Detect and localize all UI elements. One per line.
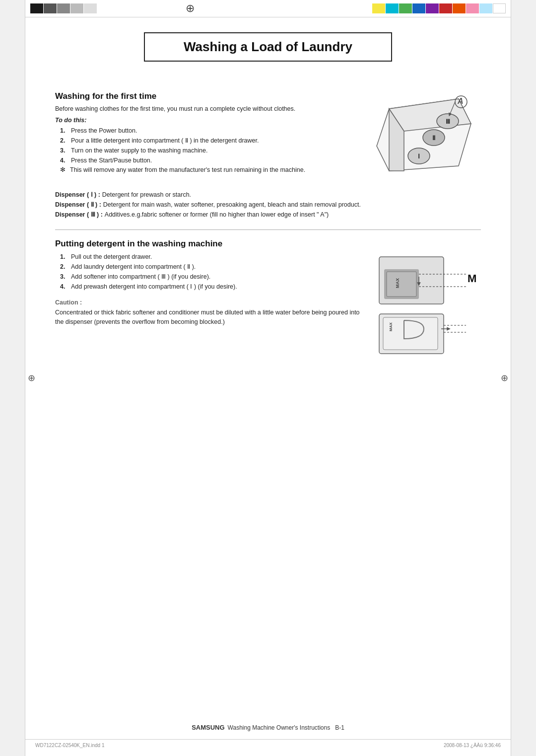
swatch-red [439, 3, 452, 13]
step-4: 4.Press the Start/Pause button. [60, 155, 362, 165]
svg-text:Ⅱ: Ⅱ [432, 134, 435, 142]
page-title: Washing a Load of Laundry [184, 39, 352, 55]
swatch-cyan [386, 3, 399, 13]
svg-rect-21 [383, 317, 438, 350]
swatches-right [372, 3, 506, 13]
swatch-purple [426, 3, 439, 13]
section1-steps: 1.Press the Power button. 2.Pour a littl… [55, 126, 362, 165]
reg-mark-right: ⊕ [501, 373, 508, 383]
swatch-dark [44, 3, 57, 13]
section2-layout: 1.Pull out the detergent drawer. 2.Add l… [55, 252, 481, 382]
caution-label: Caution : [55, 299, 362, 306]
swatch-green [399, 3, 412, 13]
section1-note: ✻ This will remove any water from the ma… [55, 165, 362, 175]
step-3: 3.Turn on the water supply to the washin… [60, 146, 362, 155]
swatch-blue [412, 3, 425, 13]
title-wrapper: Washing a Load of Laundry [55, 32, 481, 76]
svg-text:MAX: MAX [389, 322, 393, 331]
footer-text: Washing Machine Owner's Instructions [228, 724, 331, 731]
meta-left: WD7122CZ-02540K_EN.indd 1 [35, 743, 105, 748]
svg-text:A: A [457, 97, 464, 105]
section2-text: 1.Pull out the detergent drawer. 2.Add l… [55, 252, 362, 382]
step-2: 2.Pour a little detergent into compartme… [60, 136, 362, 146]
swatch-yellow [372, 3, 385, 13]
section1-layout: Washing for the first time Before washin… [55, 91, 481, 180]
section1-intro: Before washing clothes for the first tim… [55, 104, 362, 114]
swatch-lightblue [479, 3, 492, 13]
swatch-orange [453, 3, 466, 13]
content-area: Washing a Load of Laundry Washing for th… [25, 17, 511, 412]
svg-text:Ⅲ: Ⅲ [446, 118, 450, 125]
title-box: Washing a Load of Laundry [144, 32, 392, 62]
caution-text: Concentrated or thick fabric softener an… [55, 308, 362, 327]
swatch-light [70, 3, 83, 13]
section1-text: Washing for the first time Before washin… [55, 91, 362, 180]
svg-text:MAX: MAX [395, 278, 400, 288]
todo-label: To do this: [55, 117, 362, 124]
section1-image: Ⅰ Ⅱ Ⅲ A [372, 91, 481, 180]
top-bar: ⊕ [25, 0, 511, 17]
svg-text:Ⅰ: Ⅰ [418, 152, 420, 160]
svg-text:MAX: MAX [468, 272, 476, 285]
det-step-2: 2.Add laundry detergent into compartment… [60, 262, 362, 272]
section2-steps: 1.Pull out the detergent drawer. 2.Add l… [55, 252, 362, 292]
dispenser-line-1: Dispenser ( Ⅰ ) : Detergent for prewash … [55, 190, 481, 200]
dispenser-line-2: Dispenser ( Ⅱ ) : Detergent for main was… [55, 200, 481, 210]
footer: SAMSUNG Washing Machine Owner's Instruct… [25, 724, 511, 731]
step-1: 1.Press the Power button. [60, 126, 362, 136]
reg-mark-left: ⊕ [28, 373, 35, 383]
dispenser-diagram-svg: Ⅰ Ⅱ Ⅲ A [372, 91, 476, 178]
swatch-white [493, 3, 506, 13]
meta-bar: WD7122CZ-02540K_EN.indd 1 2008-08-13 ¿ÀÀ… [25, 739, 511, 751]
footer-brand: SAMSUNG [192, 724, 224, 731]
svg-rect-14 [387, 272, 416, 297]
footer-page: B-1 [335, 724, 344, 731]
page: ⊕ ⊕ ⊕ Washing a Load of Laundry Washin [25, 0, 511, 756]
fill-diagram: MAX MAX [372, 252, 481, 382]
fill-diagram-svg: MAX MAX [372, 252, 476, 381]
meta-right: 2008-08-13 ¿ÀÀü 9:36:46 [444, 743, 501, 748]
crosshair-top: ⊕ [186, 3, 195, 14]
section-divider [55, 229, 481, 230]
section1-heading: Washing for the first time [55, 91, 362, 101]
swatch-pink [466, 3, 479, 13]
dispenser-line-3: Dispenser ( Ⅲ ) : Additives.e.g.fabric s… [55, 210, 481, 220]
swatch-black [30, 3, 43, 13]
det-step-4: 4.Add prewash detergent into compartment… [60, 282, 362, 292]
section2-heading: Putting detergent in the washing machine [55, 239, 481, 249]
det-step-3: 3.Add softener into compartment ( Ⅲ ) (i… [60, 272, 362, 282]
dispenser-section: Dispenser ( Ⅰ ) : Detergent for prewash … [55, 190, 481, 220]
swatch-lighter [84, 3, 97, 13]
swatch-mid [57, 3, 70, 13]
swatches-left [30, 3, 97, 13]
det-step-1: 1.Pull out the detergent drawer. [60, 252, 362, 262]
